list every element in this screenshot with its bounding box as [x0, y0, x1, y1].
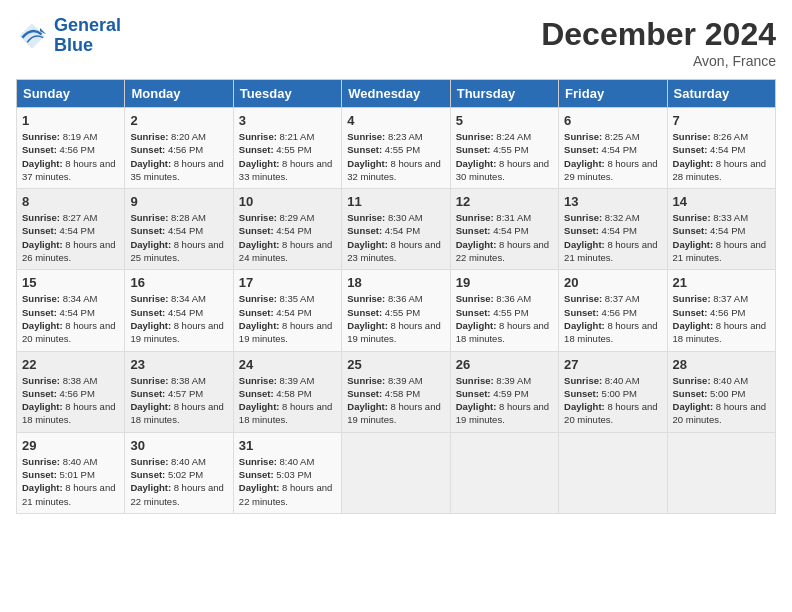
calendar-day-cell: 4Sunrise: 8:23 AMSunset: 4:55 PMDaylight…	[342, 108, 450, 189]
day-info: Sunrise: 8:40 AMSunset: 5:00 PMDaylight:…	[564, 374, 661, 427]
day-info: Sunrise: 8:40 AMSunset: 5:03 PMDaylight:…	[239, 455, 336, 508]
day-info: Sunrise: 8:24 AMSunset: 4:55 PMDaylight:…	[456, 130, 553, 183]
logo: General Blue	[16, 16, 121, 56]
calendar-day-cell: 30Sunrise: 8:40 AMSunset: 5:02 PMDayligh…	[125, 432, 233, 513]
weekday-header-wednesday: Wednesday	[342, 80, 450, 108]
day-info: Sunrise: 8:34 AMSunset: 4:54 PMDaylight:…	[22, 292, 119, 345]
day-info: Sunrise: 8:36 AMSunset: 4:55 PMDaylight:…	[347, 292, 444, 345]
day-number: 14	[673, 194, 770, 209]
day-info: Sunrise: 8:33 AMSunset: 4:54 PMDaylight:…	[673, 211, 770, 264]
day-info: Sunrise: 8:36 AMSunset: 4:55 PMDaylight:…	[456, 292, 553, 345]
calendar-day-cell: 28Sunrise: 8:40 AMSunset: 5:00 PMDayligh…	[667, 351, 775, 432]
day-number: 13	[564, 194, 661, 209]
location-subtitle: Avon, France	[541, 53, 776, 69]
calendar-day-cell	[450, 432, 558, 513]
logo-icon	[16, 20, 48, 52]
day-number: 10	[239, 194, 336, 209]
day-number: 25	[347, 357, 444, 372]
day-number: 7	[673, 113, 770, 128]
calendar-table: SundayMondayTuesdayWednesdayThursdayFrid…	[16, 79, 776, 514]
page-header: General Blue December 2024 Avon, France	[16, 16, 776, 69]
day-info: Sunrise: 8:27 AMSunset: 4:54 PMDaylight:…	[22, 211, 119, 264]
day-info: Sunrise: 8:29 AMSunset: 4:54 PMDaylight:…	[239, 211, 336, 264]
day-number: 5	[456, 113, 553, 128]
calendar-day-cell: 18Sunrise: 8:36 AMSunset: 4:55 PMDayligh…	[342, 270, 450, 351]
calendar-week-row: 8Sunrise: 8:27 AMSunset: 4:54 PMDaylight…	[17, 189, 776, 270]
logo-line2: Blue	[54, 35, 93, 55]
calendar-day-cell: 16Sunrise: 8:34 AMSunset: 4:54 PMDayligh…	[125, 270, 233, 351]
calendar-day-cell: 29Sunrise: 8:40 AMSunset: 5:01 PMDayligh…	[17, 432, 125, 513]
calendar-day-cell: 10Sunrise: 8:29 AMSunset: 4:54 PMDayligh…	[233, 189, 341, 270]
calendar-day-cell: 17Sunrise: 8:35 AMSunset: 4:54 PMDayligh…	[233, 270, 341, 351]
day-info: Sunrise: 8:26 AMSunset: 4:54 PMDaylight:…	[673, 130, 770, 183]
calendar-day-cell: 2Sunrise: 8:20 AMSunset: 4:56 PMDaylight…	[125, 108, 233, 189]
calendar-day-cell	[559, 432, 667, 513]
day-info: Sunrise: 8:28 AMSunset: 4:54 PMDaylight:…	[130, 211, 227, 264]
month-title: December 2024	[541, 16, 776, 53]
calendar-day-cell	[342, 432, 450, 513]
calendar-day-cell: 31Sunrise: 8:40 AMSunset: 5:03 PMDayligh…	[233, 432, 341, 513]
day-number: 29	[22, 438, 119, 453]
calendar-day-cell: 23Sunrise: 8:38 AMSunset: 4:57 PMDayligh…	[125, 351, 233, 432]
day-number: 1	[22, 113, 119, 128]
calendar-day-cell: 5Sunrise: 8:24 AMSunset: 4:55 PMDaylight…	[450, 108, 558, 189]
day-info: Sunrise: 8:40 AMSunset: 5:00 PMDaylight:…	[673, 374, 770, 427]
weekday-header-sunday: Sunday	[17, 80, 125, 108]
calendar-day-cell: 20Sunrise: 8:37 AMSunset: 4:56 PMDayligh…	[559, 270, 667, 351]
logo-text: General Blue	[54, 16, 121, 56]
day-number: 9	[130, 194, 227, 209]
day-info: Sunrise: 8:31 AMSunset: 4:54 PMDaylight:…	[456, 211, 553, 264]
day-number: 2	[130, 113, 227, 128]
day-info: Sunrise: 8:25 AMSunset: 4:54 PMDaylight:…	[564, 130, 661, 183]
day-number: 6	[564, 113, 661, 128]
weekday-header-saturday: Saturday	[667, 80, 775, 108]
day-info: Sunrise: 8:32 AMSunset: 4:54 PMDaylight:…	[564, 211, 661, 264]
calendar-day-cell	[667, 432, 775, 513]
calendar-day-cell: 8Sunrise: 8:27 AMSunset: 4:54 PMDaylight…	[17, 189, 125, 270]
day-info: Sunrise: 8:21 AMSunset: 4:55 PMDaylight:…	[239, 130, 336, 183]
day-number: 30	[130, 438, 227, 453]
day-info: Sunrise: 8:20 AMSunset: 4:56 PMDaylight:…	[130, 130, 227, 183]
day-number: 18	[347, 275, 444, 290]
calendar-week-row: 15Sunrise: 8:34 AMSunset: 4:54 PMDayligh…	[17, 270, 776, 351]
day-number: 20	[564, 275, 661, 290]
weekday-header-thursday: Thursday	[450, 80, 558, 108]
calendar-day-cell: 24Sunrise: 8:39 AMSunset: 4:58 PMDayligh…	[233, 351, 341, 432]
day-number: 21	[673, 275, 770, 290]
calendar-day-cell: 15Sunrise: 8:34 AMSunset: 4:54 PMDayligh…	[17, 270, 125, 351]
calendar-day-cell: 6Sunrise: 8:25 AMSunset: 4:54 PMDaylight…	[559, 108, 667, 189]
calendar-day-cell: 3Sunrise: 8:21 AMSunset: 4:55 PMDaylight…	[233, 108, 341, 189]
day-info: Sunrise: 8:23 AMSunset: 4:55 PMDaylight:…	[347, 130, 444, 183]
calendar-day-cell: 26Sunrise: 8:39 AMSunset: 4:59 PMDayligh…	[450, 351, 558, 432]
calendar-day-cell: 9Sunrise: 8:28 AMSunset: 4:54 PMDaylight…	[125, 189, 233, 270]
day-number: 23	[130, 357, 227, 372]
day-number: 28	[673, 357, 770, 372]
day-number: 26	[456, 357, 553, 372]
calendar-day-cell: 13Sunrise: 8:32 AMSunset: 4:54 PMDayligh…	[559, 189, 667, 270]
day-info: Sunrise: 8:39 AMSunset: 4:59 PMDaylight:…	[456, 374, 553, 427]
calendar-day-cell: 11Sunrise: 8:30 AMSunset: 4:54 PMDayligh…	[342, 189, 450, 270]
day-number: 3	[239, 113, 336, 128]
title-block: December 2024 Avon, France	[541, 16, 776, 69]
calendar-day-cell: 1Sunrise: 8:19 AMSunset: 4:56 PMDaylight…	[17, 108, 125, 189]
weekday-header-row: SundayMondayTuesdayWednesdayThursdayFrid…	[17, 80, 776, 108]
calendar-day-cell: 27Sunrise: 8:40 AMSunset: 5:00 PMDayligh…	[559, 351, 667, 432]
day-number: 15	[22, 275, 119, 290]
day-info: Sunrise: 8:35 AMSunset: 4:54 PMDaylight:…	[239, 292, 336, 345]
calendar-week-row: 29Sunrise: 8:40 AMSunset: 5:01 PMDayligh…	[17, 432, 776, 513]
weekday-header-friday: Friday	[559, 80, 667, 108]
calendar-day-cell: 12Sunrise: 8:31 AMSunset: 4:54 PMDayligh…	[450, 189, 558, 270]
day-info: Sunrise: 8:40 AMSunset: 5:01 PMDaylight:…	[22, 455, 119, 508]
calendar-day-cell: 7Sunrise: 8:26 AMSunset: 4:54 PMDaylight…	[667, 108, 775, 189]
day-number: 16	[130, 275, 227, 290]
day-number: 31	[239, 438, 336, 453]
day-info: Sunrise: 8:34 AMSunset: 4:54 PMDaylight:…	[130, 292, 227, 345]
day-info: Sunrise: 8:30 AMSunset: 4:54 PMDaylight:…	[347, 211, 444, 264]
calendar-day-cell: 21Sunrise: 8:37 AMSunset: 4:56 PMDayligh…	[667, 270, 775, 351]
logo-line1: General	[54, 15, 121, 35]
day-number: 19	[456, 275, 553, 290]
day-info: Sunrise: 8:38 AMSunset: 4:56 PMDaylight:…	[22, 374, 119, 427]
day-number: 8	[22, 194, 119, 209]
day-info: Sunrise: 8:39 AMSunset: 4:58 PMDaylight:…	[347, 374, 444, 427]
day-number: 27	[564, 357, 661, 372]
